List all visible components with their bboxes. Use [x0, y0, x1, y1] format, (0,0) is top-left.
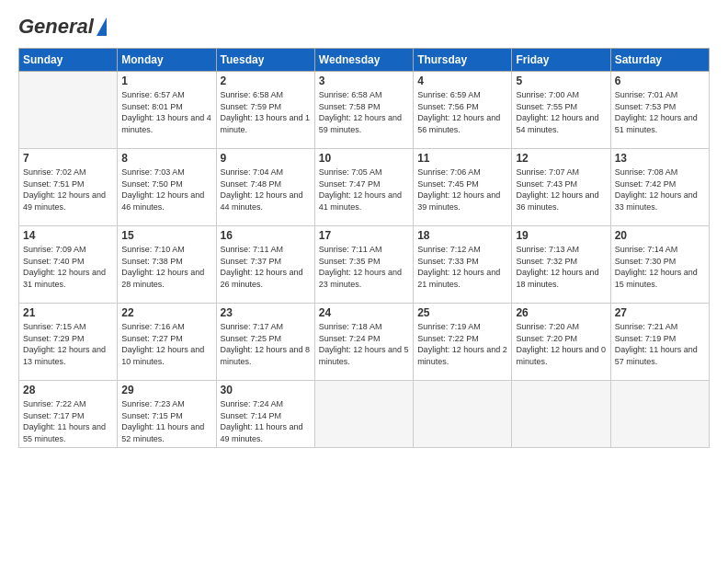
day-number: 24 [319, 306, 409, 319]
cell-info: Sunrise: 7:16 AMSunset: 7:27 PMDaylight:… [121, 321, 211, 367]
calendar-cell [414, 381, 512, 448]
cell-info: Sunrise: 6:58 AMSunset: 7:58 PMDaylight:… [319, 89, 409, 135]
day-number: 23 [221, 306, 311, 319]
day-number: 10 [319, 152, 409, 165]
day-number: 4 [417, 75, 507, 87]
cell-info: Sunrise: 7:14 AMSunset: 7:30 PMDaylight:… [615, 244, 705, 290]
day-number: 12 [516, 152, 606, 165]
calendar-cell: 16Sunrise: 7:11 AMSunset: 7:37 PMDayligh… [216, 226, 314, 304]
cell-info: Sunrise: 7:08 AMSunset: 7:42 PMDaylight:… [615, 167, 705, 213]
cell-info: Sunrise: 7:03 AMSunset: 7:50 PMDaylight:… [121, 167, 211, 213]
day-number: 28 [23, 384, 113, 396]
day-number: 22 [121, 306, 211, 319]
day-number: 26 [516, 306, 606, 319]
cell-info: Sunrise: 7:19 AMSunset: 7:22 PMDaylight:… [417, 321, 507, 367]
calendar-cell: 25Sunrise: 7:19 AMSunset: 7:22 PMDayligh… [414, 304, 512, 381]
calendar-cell: 13Sunrise: 7:08 AMSunset: 7:42 PMDayligh… [610, 149, 709, 226]
cell-info: Sunrise: 7:04 AMSunset: 7:48 PMDaylight:… [221, 167, 311, 213]
day-number: 27 [615, 306, 705, 319]
calendar-cell: 23Sunrise: 7:17 AMSunset: 7:25 PMDayligh… [216, 304, 314, 381]
calendar-cell: 11Sunrise: 7:06 AMSunset: 7:45 PMDayligh… [414, 149, 512, 226]
calendar-cell: 2Sunrise: 6:58 AMSunset: 7:59 PMDaylight… [216, 72, 314, 149]
day-number: 30 [221, 384, 311, 396]
day-number: 7 [23, 152, 113, 165]
calendar-cell: 26Sunrise: 7:20 AMSunset: 7:20 PMDayligh… [512, 304, 610, 381]
day-number: 5 [516, 75, 606, 87]
cell-info: Sunrise: 7:10 AMSunset: 7:38 PMDaylight:… [121, 244, 211, 290]
calendar-cell: 7Sunrise: 7:02 AMSunset: 7:51 PMDaylight… [19, 149, 118, 226]
calendar-cell: 10Sunrise: 7:05 AMSunset: 7:47 PMDayligh… [314, 149, 413, 226]
cell-info: Sunrise: 7:24 AMSunset: 7:14 PMDaylight:… [221, 398, 311, 444]
calendar-header-row: SundayMondayTuesdayWednesdayThursdayFrid… [19, 49, 710, 72]
calendar-cell: 22Sunrise: 7:16 AMSunset: 7:27 PMDayligh… [118, 304, 216, 381]
day-number: 3 [319, 75, 409, 87]
calendar-cell [610, 381, 709, 448]
cell-info: Sunrise: 7:05 AMSunset: 7:47 PMDaylight:… [319, 167, 409, 213]
cell-info: Sunrise: 7:20 AMSunset: 7:20 PMDaylight:… [516, 321, 606, 367]
calendar-cell: 24Sunrise: 7:18 AMSunset: 7:24 PMDayligh… [314, 304, 413, 381]
cell-info: Sunrise: 7:01 AMSunset: 7:53 PMDaylight:… [615, 89, 705, 135]
day-number: 9 [221, 152, 311, 165]
header: General [18, 15, 710, 39]
logo-general: General [18, 15, 94, 39]
calendar-week-row: 28Sunrise: 7:22 AMSunset: 7:17 PMDayligh… [19, 381, 710, 448]
calendar-cell: 20Sunrise: 7:14 AMSunset: 7:30 PMDayligh… [610, 226, 709, 304]
calendar-cell: 1Sunrise: 6:57 AMSunset: 8:01 PMDaylight… [118, 72, 216, 149]
day-number: 11 [417, 152, 507, 165]
day-number: 20 [615, 229, 705, 242]
cell-info: Sunrise: 7:00 AMSunset: 7:55 PMDaylight:… [516, 89, 606, 135]
day-number: 14 [23, 229, 113, 242]
calendar-cell: 30Sunrise: 7:24 AMSunset: 7:14 PMDayligh… [216, 381, 314, 448]
calendar-cell: 3Sunrise: 6:58 AMSunset: 7:58 PMDaylight… [314, 72, 413, 149]
cell-info: Sunrise: 7:18 AMSunset: 7:24 PMDaylight:… [319, 321, 409, 367]
day-number: 18 [417, 229, 507, 242]
calendar-cell: 17Sunrise: 7:11 AMSunset: 7:35 PMDayligh… [314, 226, 413, 304]
calendar-week-row: 21Sunrise: 7:15 AMSunset: 7:29 PMDayligh… [19, 304, 710, 381]
cell-info: Sunrise: 7:11 AMSunset: 7:35 PMDaylight:… [319, 244, 409, 290]
day-number: 1 [121, 75, 211, 87]
calendar-table: SundayMondayTuesdayWednesdayThursdayFrid… [18, 48, 710, 448]
day-header-monday: Monday [118, 49, 216, 72]
cell-info: Sunrise: 7:12 AMSunset: 7:33 PMDaylight:… [417, 244, 507, 290]
day-header-thursday: Thursday [414, 49, 512, 72]
cell-info: Sunrise: 7:17 AMSunset: 7:25 PMDaylight:… [221, 321, 311, 367]
calendar-week-row: 7Sunrise: 7:02 AMSunset: 7:51 PMDaylight… [19, 149, 710, 226]
calendar-cell: 14Sunrise: 7:09 AMSunset: 7:40 PMDayligh… [19, 226, 118, 304]
calendar-cell [314, 381, 413, 448]
calendar-cell: 18Sunrise: 7:12 AMSunset: 7:33 PMDayligh… [414, 226, 512, 304]
calendar-week-row: 1Sunrise: 6:57 AMSunset: 8:01 PMDaylight… [19, 72, 710, 149]
day-header-tuesday: Tuesday [216, 49, 314, 72]
day-header-sunday: Sunday [19, 49, 118, 72]
cell-info: Sunrise: 7:22 AMSunset: 7:17 PMDaylight:… [23, 398, 113, 444]
cell-info: Sunrise: 7:21 AMSunset: 7:19 PMDaylight:… [615, 321, 705, 367]
day-header-friday: Friday [512, 49, 610, 72]
cell-info: Sunrise: 6:58 AMSunset: 7:59 PMDaylight:… [221, 89, 311, 135]
calendar-cell [19, 72, 118, 149]
logo: General [18, 15, 107, 39]
calendar-cell: 19Sunrise: 7:13 AMSunset: 7:32 PMDayligh… [512, 226, 610, 304]
day-number: 17 [319, 229, 409, 242]
cell-info: Sunrise: 7:23 AMSunset: 7:15 PMDaylight:… [121, 398, 211, 444]
calendar-week-row: 14Sunrise: 7:09 AMSunset: 7:40 PMDayligh… [19, 226, 710, 304]
cell-info: Sunrise: 6:59 AMSunset: 7:56 PMDaylight:… [417, 89, 507, 135]
day-number: 19 [516, 229, 606, 242]
calendar-cell: 8Sunrise: 7:03 AMSunset: 7:50 PMDaylight… [118, 149, 216, 226]
day-number: 13 [615, 152, 705, 165]
day-number: 29 [121, 384, 211, 396]
cell-info: Sunrise: 7:02 AMSunset: 7:51 PMDaylight:… [23, 167, 113, 213]
cell-info: Sunrise: 7:15 AMSunset: 7:29 PMDaylight:… [23, 321, 113, 367]
cell-info: Sunrise: 7:06 AMSunset: 7:45 PMDaylight:… [417, 167, 507, 213]
day-number: 21 [23, 306, 113, 319]
cell-info: Sunrise: 7:11 AMSunset: 7:37 PMDaylight:… [221, 244, 311, 290]
calendar-cell: 4Sunrise: 6:59 AMSunset: 7:56 PMDaylight… [414, 72, 512, 149]
logo-triangle-icon [97, 17, 107, 36]
calendar-cell: 15Sunrise: 7:10 AMSunset: 7:38 PMDayligh… [118, 226, 216, 304]
calendar-cell [512, 381, 610, 448]
day-number: 15 [121, 229, 211, 242]
cell-info: Sunrise: 7:09 AMSunset: 7:40 PMDaylight:… [23, 244, 113, 290]
page: General SundayMondayTuesdayWednesdayThur… [0, 0, 728, 563]
day-number: 8 [121, 152, 211, 165]
day-header-wednesday: Wednesday [314, 49, 413, 72]
cell-info: Sunrise: 6:57 AMSunset: 8:01 PMDaylight:… [121, 89, 211, 135]
calendar-cell: 28Sunrise: 7:22 AMSunset: 7:17 PMDayligh… [19, 381, 118, 448]
